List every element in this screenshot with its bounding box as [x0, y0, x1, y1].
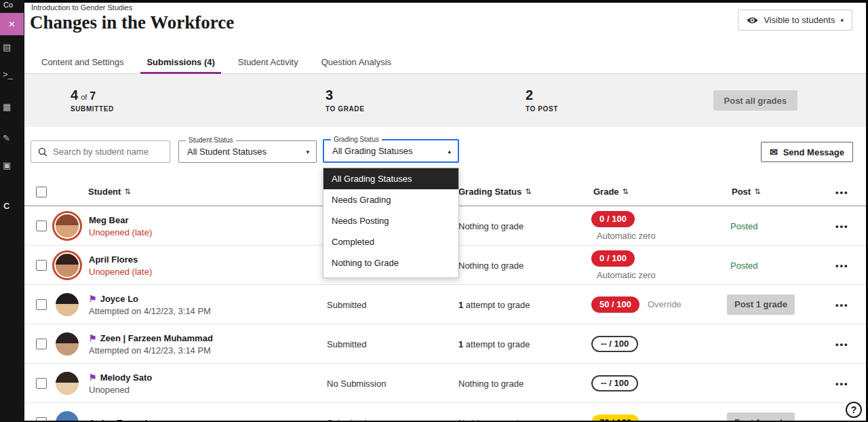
grading-status-option[interactable]: All Grading Statuses — [323, 168, 458, 189]
grade-pill[interactable]: -- / 100 — [591, 336, 638, 352]
table-row: ⚑ Zeen | Farzeen Muhammad Attempted on 4… — [24, 324, 866, 364]
grade-cell: -- / 100 — [591, 336, 638, 352]
posted-label: Posted — [730, 221, 757, 231]
grade-pill[interactable]: 0 / 100 — [591, 250, 635, 267]
grade-cell: -- / 100 — [591, 375, 638, 391]
code-icon[interactable]: >_ — [3, 69, 13, 79]
tab-submissions[interactable]: Submissions (4) — [135, 50, 226, 73]
student-cell: ⚑ Joyce Lo Attempted on 4/12/23, 3:14 PM — [89, 293, 211, 315]
student-name[interactable]: Meg Bear — [89, 214, 129, 225]
grade-pill[interactable]: 70 / 100 — [591, 415, 639, 421]
help-button[interactable]: ? — [846, 402, 862, 418]
post-all-grades-button[interactable]: Post all grades — [713, 90, 797, 111]
row-menu-icon[interactable]: ••• — [835, 339, 849, 349]
student-status-select[interactable]: Student Status All Student Statuses ▾ — [178, 140, 317, 163]
grading-status-menu: All Grading StatusesNeeds GradingNeeds P… — [323, 168, 459, 278]
sort-icon: ⇅ — [525, 187, 531, 196]
eye-icon — [747, 16, 758, 24]
stat-to-post-value: 2 — [526, 88, 533, 103]
send-message-button[interactable]: ✉ Send Message — [761, 142, 853, 162]
post-grade-button[interactable]: Post 1 grade — [727, 294, 795, 315]
post-cell: Post 1 grade — [727, 294, 795, 315]
row-checkbox[interactable] — [36, 260, 47, 271]
close-panel-button[interactable]: × — [0, 13, 24, 35]
select-all-checkbox[interactable] — [36, 187, 47, 197]
sort-icon: ⇅ — [623, 187, 629, 196]
grade-pill[interactable]: -- / 100 — [591, 375, 638, 391]
student-name[interactable]: Zeen | Farzeen Muhammad — [100, 332, 213, 343]
row-checkbox[interactable] — [36, 339, 47, 349]
grading-status-cell: 1 attempt to grade — [458, 299, 530, 309]
row-checkbox[interactable] — [36, 299, 47, 310]
row-menu-icon[interactable]: ••• — [835, 220, 849, 231]
grading-status-cell: Nothing to grade — [458, 220, 524, 231]
grade-cell: 50 / 100 Override — [591, 296, 682, 313]
search-input[interactable] — [53, 147, 163, 157]
assessment-panel: Introduction to Gender Studies Changes i… — [24, 3, 866, 421]
row-checkbox[interactable] — [36, 417, 47, 421]
submission-status-cell: Submitted — [327, 417, 367, 421]
row-checkbox[interactable] — [36, 220, 47, 231]
column-header-grade[interactable]: Grade⇅ — [593, 187, 629, 197]
grid-icon[interactable]: ▦ — [3, 102, 11, 112]
posted-label: Posted — [730, 261, 757, 271]
tab-content-settings[interactable]: Content and Settings — [30, 50, 135, 73]
stat-submitted-value: 4 — [71, 88, 78, 103]
grade-cell: 70 / 100 — [591, 415, 639, 421]
avatar — [52, 250, 82, 280]
row-menu-icon[interactable]: ••• — [835, 417, 849, 421]
grading-status-select[interactable]: Grading Status All Grading Statuses ▴ — [323, 139, 459, 163]
table-row: ⚑ Melody Sato Unopened No Submission Not… — [24, 364, 866, 403]
student-cell: ⚑ Zeen | Farzeen Muhammad Attempted on 4… — [89, 332, 213, 355]
grading-status-cell: 1 attempt to grade — [458, 339, 530, 349]
course-sidebar: Co × ▤ >_ ▦ ✎ ▣ C — [0, 0, 24, 422]
notes-icon[interactable]: ▤ — [3, 42, 11, 52]
post-grade-button[interactable]: Post 1 grade — [727, 413, 795, 421]
stat-to-grade-value: 3 — [326, 88, 333, 103]
grading-status-option[interactable]: Completed — [323, 231, 458, 252]
post-cell: Posted — [727, 259, 757, 271]
tab-student-activity[interactable]: Student Activity — [226, 50, 310, 73]
row-menu-icon[interactable]: ••• — [835, 299, 849, 309]
grade-note: Automatic zero — [591, 270, 656, 280]
flag-icon: ⚑ — [89, 293, 97, 303]
table-row: ⚑ Joyce Lo Attempted on 4/12/23, 3:14 PM… — [24, 285, 866, 324]
column-header-post[interactable]: Post⇅ — [732, 187, 760, 197]
student-name[interactable]: April Flores — [89, 254, 138, 264]
visibility-button[interactable]: Visible to students ▾ — [738, 9, 852, 31]
grade-cell: 0 / 100 Automatic zero — [591, 211, 656, 241]
grade-pill[interactable]: 0 / 100 — [591, 211, 635, 227]
row-menu-icon[interactable]: ••• — [835, 260, 849, 270]
student-name[interactable]: Arden Tuomala — [89, 417, 153, 421]
student-substatus: Unopened (late) — [89, 227, 152, 237]
column-header-grading-status[interactable]: Grading Status⇅ — [458, 187, 531, 197]
stat-submitted-total: 7 — [90, 90, 96, 102]
student-name[interactable]: Joyce Lo — [100, 293, 138, 303]
grading-status-option[interactable]: Nothing to Grade — [323, 252, 458, 273]
stat-to-post: 2 TO POST — [526, 88, 558, 113]
flag-icon: ⚑ — [89, 332, 97, 343]
sort-icon: ⇅ — [754, 187, 760, 196]
student-substatus: Unopened — [89, 384, 152, 394]
row-checkbox[interactable] — [36, 378, 47, 389]
chevron-up-icon: ▴ — [448, 148, 451, 155]
grading-status-option[interactable]: Needs Grading — [323, 189, 458, 210]
grade-pill[interactable]: 50 / 100 — [591, 296, 639, 313]
student-name[interactable]: Melody Sato — [100, 372, 153, 382]
table-menu-icon[interactable]: ••• — [835, 187, 849, 197]
tab-bar: Content and Settings Submissions (4) Stu… — [24, 50, 866, 74]
chevron-down-icon: ▾ — [840, 17, 844, 24]
panel-icon[interactable]: ▣ — [3, 160, 11, 170]
pencil-icon[interactable]: ✎ — [3, 133, 10, 143]
grading-status-option[interactable]: Needs Posting — [323, 210, 458, 231]
tab-question-analysis[interactable]: Question Analysis — [310, 50, 403, 73]
send-message-label: Send Message — [783, 147, 844, 157]
column-header-student[interactable]: Student⇅ — [88, 187, 131, 197]
grade-note: Automatic zero — [591, 231, 656, 241]
student-status-label: Student Status — [186, 136, 236, 144]
avatar — [52, 329, 82, 359]
row-menu-icon[interactable]: ••• — [835, 378, 849, 388]
breadcrumb[interactable]: Introduction to Gender Studies — [31, 3, 132, 12]
stats-bar: 4 of 7 SUBMITTED 3 TO GRADE 2 TO POST Po… — [24, 74, 866, 127]
stat-submitted-of: of — [81, 93, 87, 101]
